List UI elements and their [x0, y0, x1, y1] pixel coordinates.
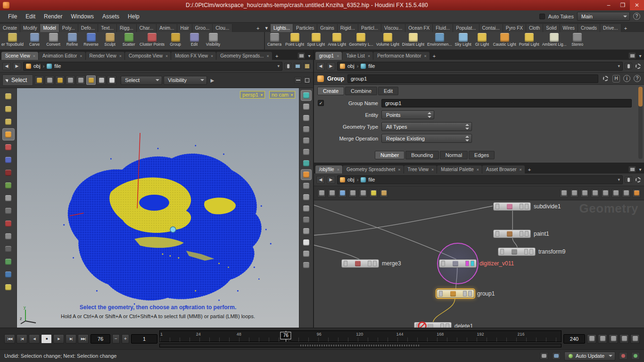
group-subtab[interactable]: Normal: [440, 151, 468, 159]
select-objects-icon[interactable]: [66, 75, 75, 85]
new-pane-tab-icon[interactable]: +: [272, 52, 281, 60]
group-tool[interactable]: Group: [166, 32, 185, 49]
select-geometry-icon[interactable]: [55, 75, 65, 85]
node-bypass-flag[interactable]: [495, 204, 499, 209]
stop-button[interactable]: ■: [41, 334, 52, 344]
network-node[interactable]: group1: [437, 289, 495, 298]
wireframe-icon[interactable]: [301, 204, 311, 214]
node-body[interactable]: [498, 247, 536, 256]
node-bypass-flag[interactable]: [439, 291, 443, 296]
frame-decrement-button[interactable]: −: [112, 334, 120, 344]
pane-tab[interactable]: Scene View: [1, 52, 38, 60]
pane-tab[interactable]: group1: [315, 52, 342, 60]
panes-icon[interactable]: [359, 189, 367, 197]
gi-light-tool[interactable]: GI Light: [473, 32, 492, 49]
visibility-tool[interactable]: Visibility: [204, 32, 223, 49]
keyframe-options-icon[interactable]: [587, 334, 596, 344]
measure-icon[interactable]: [301, 260, 311, 270]
sticky-note-icon[interactable]: [369, 189, 378, 197]
node-body[interactable]: [437, 289, 474, 298]
node-template-flag[interactable]: [520, 204, 523, 209]
close-button[interactable]: ✕: [630, 0, 644, 10]
group-subtab[interactable]: Number: [375, 151, 405, 159]
group-subtab[interactable]: Edges: [469, 151, 495, 159]
maximize-button[interactable]: ❐: [616, 0, 630, 10]
select-groups-icon[interactable]: [76, 75, 85, 85]
pin-icon[interactable]: [625, 176, 632, 183]
shelf-tab[interactable]: Ocean FX: [405, 24, 433, 32]
topobuild-tool[interactable]: er TopoBuild: [0, 32, 25, 49]
node-display-flag[interactable]: [525, 204, 528, 209]
distribute-icon[interactable]: [570, 189, 578, 197]
node-display-flag[interactable]: [468, 291, 472, 296]
shelf-tab[interactable]: Clou...: [213, 24, 232, 32]
white-dot-icon[interactable]: [301, 238, 311, 247]
pane-tab[interactable]: Take List: [342, 52, 373, 60]
pane-tab[interactable]: Performance Monitor: [373, 52, 429, 60]
toolbar-expand-icon[interactable]: ▶: [208, 77, 216, 83]
group-name-input[interactable]: group1: [381, 99, 632, 107]
shelf-tab[interactable]: Wires: [560, 24, 578, 32]
shaded-mode-icon[interactable]: [301, 215, 311, 225]
path-dropdown-icon[interactable]: ▾: [277, 64, 280, 68]
path-field[interactable]: obj › file ▾: [23, 62, 282, 71]
view-tool-icon[interactable]: [3, 90, 14, 102]
close-tab-icon[interactable]: [337, 54, 339, 58]
ambient-light-tool[interactable]: Ambient Lig...: [541, 32, 568, 49]
help-h-icon[interactable]: H: [612, 75, 620, 82]
node-bypass-flag[interactable]: [495, 231, 499, 237]
menu-render[interactable]: Render: [40, 11, 66, 22]
timeline-ruler[interactable]: 1244896120144168192216 76: [159, 330, 561, 342]
tree-view-icon[interactable]: [317, 189, 326, 197]
gear-icon[interactable]: [602, 75, 609, 82]
shelf-tab[interactable]: Char...: [137, 24, 157, 32]
display-nodes-icon[interactable]: [338, 189, 347, 197]
misc-tool-icon[interactable]: [3, 281, 14, 293]
network-node[interactable]: subdivide1: [493, 202, 561, 211]
magnet-tool-icon[interactable]: [3, 218, 14, 229]
sphere-tool-icon[interactable]: [3, 230, 14, 242]
node-display-flag[interactable]: [373, 261, 377, 266]
align-icon[interactable]: [560, 189, 568, 197]
shelf-tab[interactable]: Viscou...: [381, 24, 405, 32]
node-display-flag[interactable]: [525, 231, 528, 237]
help-icon[interactable]: ?: [633, 13, 640, 20]
grid-display-icon[interactable]: [348, 189, 357, 197]
snap-toggle-icon[interactable]: [301, 170, 311, 180]
breadcrumb-obj[interactable]: obj: [347, 63, 355, 69]
shelf-tab[interactable]: Solid: [543, 24, 560, 32]
node-template-flag[interactable]: [520, 231, 523, 237]
pin-icon[interactable]: [284, 63, 292, 69]
layout-icon[interactable]: [591, 189, 599, 197]
playhead-frame-label[interactable]: 76: [281, 332, 291, 339]
caustic-light-tool[interactable]: Caustic Light: [492, 32, 518, 49]
pin-icon[interactable]: [625, 63, 632, 69]
path-field[interactable]: obj › file ▾: [337, 175, 623, 184]
path-field[interactable]: obj › file ▾: [337, 62, 623, 71]
play-button[interactable]: ▶: [53, 334, 64, 344]
network-node[interactable]: transform9: [498, 247, 565, 256]
path-dropdown-icon[interactable]: ▾: [618, 64, 620, 68]
node-bypass-flag[interactable]: [344, 261, 347, 266]
audio-options-icon[interactable]: [609, 334, 618, 344]
convert-tool[interactable]: Convert: [44, 32, 63, 49]
globe-tool-icon[interactable]: [3, 269, 14, 280]
action-tab[interactable]: Edit: [378, 87, 398, 95]
visibility-select[interactable]: Visibility: [164, 76, 207, 85]
shelf-tab[interactable]: Groo...: [192, 24, 213, 32]
timeline-scrollbar[interactable]: [159, 344, 561, 347]
shelf-tab[interactable]: Model: [40, 24, 59, 32]
pose-tool-icon[interactable]: [3, 205, 14, 216]
menu-windows[interactable]: Windows: [66, 11, 98, 22]
edit-handle-icon[interactable]: [3, 192, 14, 204]
node-help-icon[interactable]: ?: [634, 75, 641, 82]
edit-tool[interactable]: Edit: [185, 32, 204, 49]
refine-tool[interactable]: Refine: [63, 32, 82, 49]
cluster-points-tool[interactable]: Cluster Points: [138, 32, 166, 49]
pane-tab[interactable]: Render View: [86, 52, 124, 60]
shelf-tab[interactable]: Rigid...: [338, 24, 358, 32]
menu-file[interactable]: File: [4, 11, 21, 22]
pane-tab[interactable]: /obj/file: [315, 165, 342, 173]
save-icon[interactable]: [303, 63, 311, 69]
construction-plane-icon[interactable]: [301, 181, 311, 191]
